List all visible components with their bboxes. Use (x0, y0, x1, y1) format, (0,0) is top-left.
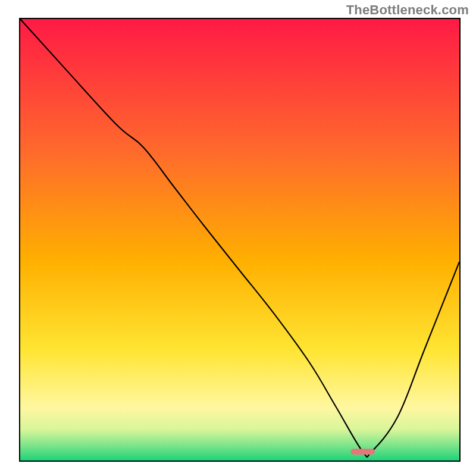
chart-wrap: TheBottleneck.com (0, 0, 476, 476)
chart-svg (20, 19, 459, 461)
gradient-background (20, 19, 459, 461)
watermark-label: TheBottleneck.com (346, 2, 469, 18)
marker-pill (350, 449, 375, 455)
plot-area (19, 18, 461, 462)
